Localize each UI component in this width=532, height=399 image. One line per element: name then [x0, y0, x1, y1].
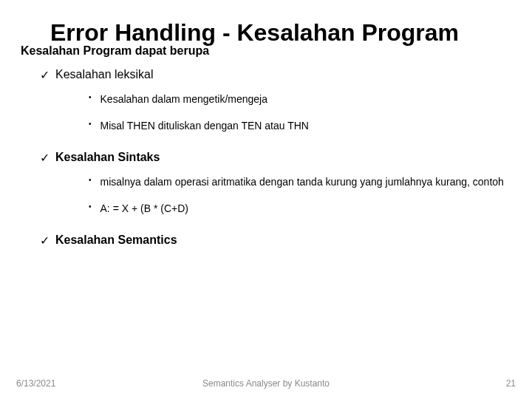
section-semantics: ✓ Kesalahan Semantics — [21, 233, 511, 248]
sub-list: • misalnya dalam operasi aritmatika deng… — [89, 174, 511, 217]
section-sintaks: ✓ Kesalahan Sintaks • misalnya dalam ope… — [21, 151, 511, 217]
bullet-icon: • — [89, 174, 92, 187]
list-item: • Misal THEN dituliskan dengan TEN atau … — [89, 117, 511, 134]
bullet-icon: • — [89, 91, 92, 104]
bullet-icon: • — [89, 117, 92, 131]
check-icon: ✓ — [40, 151, 50, 165]
list-item: ✓ Kesalahan Semantics — [40, 233, 511, 248]
bullet-icon: • — [89, 200, 92, 214]
slide-subtitle: Kesalahan Program dapat berupa — [21, 44, 511, 58]
footer-page: 21 — [506, 378, 516, 389]
section-label: Kesalahan Semantics — [55, 233, 177, 247]
check-icon: ✓ — [40, 68, 50, 82]
footer-date: 6/13/2021 — [16, 378, 55, 389]
slide-footer: 6/13/2021 Semantics Analyser by Kustanto… — [0, 378, 532, 389]
slide-title: Error Handling - Kesalahan Program — [50, 21, 511, 46]
list-item: ✓ Kesalahan leksikal — [40, 68, 511, 82]
sub-list: • Kesalahan dalam mengetik/mengeja • Mis… — [89, 91, 511, 134]
slide: Error Handling - Kesalahan Program Kesal… — [0, 0, 532, 399]
section-leksikal: ✓ Kesalahan leksikal • Kesalahan dalam m… — [21, 68, 511, 134]
item-text: misalnya dalam operasi aritmatika dengan… — [100, 174, 504, 190]
list-item: • misalnya dalam operasi aritmatika deng… — [89, 174, 511, 190]
list-item: ✓ Kesalahan Sintaks — [40, 151, 511, 165]
section-label: Kesalahan leksikal — [55, 68, 154, 81]
item-text: A: = X + (B * (C+D) — [100, 200, 188, 216]
footer-center: Semantics Analyser by Kustanto — [202, 378, 330, 389]
section-label: Kesalahan Sintaks — [55, 151, 160, 164]
check-icon: ✓ — [40, 233, 50, 248]
list-item: • A: = X + (B * (C+D) — [89, 200, 511, 216]
item-text: Kesalahan dalam mengetik/mengeja — [100, 91, 267, 107]
list-item: • Kesalahan dalam mengetik/mengeja — [89, 91, 511, 107]
item-text: Misal THEN dituliskan dengan TEN atau TH… — [100, 117, 309, 134]
